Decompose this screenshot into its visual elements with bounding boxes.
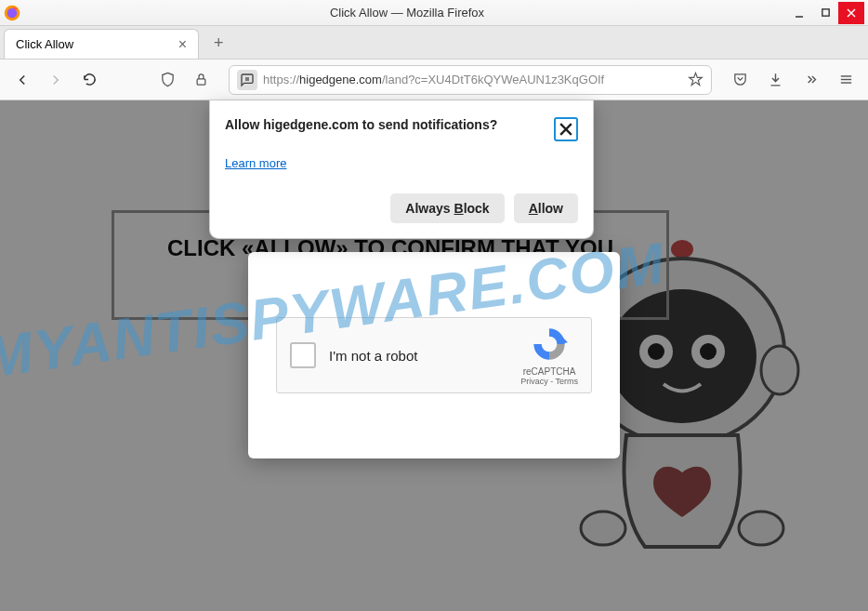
svg-rect-3 <box>822 9 828 16</box>
forward-button[interactable] <box>43 67 69 93</box>
url-text: https://higedgene.com/land?c=XU4DtT6kQYW… <box>263 73 682 86</box>
new-tab-button[interactable]: + <box>204 28 233 59</box>
window-title: Click Allow — Mozilla Firefox <box>28 6 786 20</box>
svg-point-12 <box>671 240 693 259</box>
recaptcha-logo-icon <box>531 325 568 363</box>
close-window-button[interactable] <box>838 2 864 24</box>
permission-icon[interactable] <box>237 70 257 90</box>
window-title-bar: Click Allow — Mozilla Firefox <box>0 0 868 26</box>
shield-icon[interactable] <box>154 67 180 93</box>
learn-more-link[interactable]: Learn more <box>225 156 286 170</box>
svg-point-18 <box>648 343 664 360</box>
toolbar-right <box>727 67 859 93</box>
svg-point-1 <box>7 7 18 18</box>
svg-rect-6 <box>197 79 205 85</box>
recaptcha-widget[interactable]: I'm not a robot reCAPTCHA Privacy - Term… <box>276 317 592 393</box>
maximize-button[interactable] <box>812 2 838 24</box>
content-area: CLICK «ALLOW» TO CONFIRM THAT YOU MYANTI… <box>0 100 868 611</box>
firefox-icon <box>4 5 20 21</box>
back-button[interactable] <box>9 67 35 93</box>
notification-close-button[interactable] <box>554 117 578 141</box>
recaptcha-branding: reCAPTCHA Privacy - Terms <box>520 325 578 386</box>
notification-header: Allow higedgene.com to send notification… <box>225 117 578 141</box>
minimize-button[interactable] <box>786 2 812 24</box>
recaptcha-terms-link[interactable]: Terms <box>556 377 579 386</box>
menu-icon[interactable] <box>833 67 859 93</box>
recaptcha-privacy-link[interactable]: Privacy <box>520 377 548 386</box>
browser-tab[interactable]: Click Allow × <box>4 29 199 59</box>
svg-point-22 <box>581 511 625 545</box>
svg-point-23 <box>739 511 783 545</box>
close-tab-button[interactable]: × <box>178 36 187 53</box>
downloads-icon[interactable] <box>762 67 788 93</box>
always-block-button[interactable]: Always Block <box>390 193 504 223</box>
notification-title: Allow higedgene.com to send notification… <box>225 117 497 132</box>
tab-bar: Click Allow × + <box>0 26 868 60</box>
allow-button[interactable]: Allow <box>514 193 578 223</box>
tab-title: Click Allow <box>16 37 73 51</box>
pocket-icon[interactable] <box>727 67 753 93</box>
lock-icon[interactable] <box>188 67 214 93</box>
toolbar: https://higedgene.com/land?c=XU4DtT6kQYW… <box>0 60 868 100</box>
overflow-icon[interactable] <box>797 67 823 93</box>
recaptcha-label: I'm not a robot <box>329 348 520 364</box>
window-controls <box>786 2 864 24</box>
recaptcha-brand-text: reCAPTCHA <box>520 366 578 377</box>
svg-point-21 <box>761 346 798 394</box>
recaptcha-checkbox[interactable] <box>290 342 316 368</box>
bookmark-star-icon[interactable] <box>688 72 704 87</box>
reload-button[interactable] <box>76 67 102 93</box>
recaptcha-links: Privacy - Terms <box>520 377 578 386</box>
notification-popup: Allow higedgene.com to send notification… <box>209 100 594 239</box>
captcha-modal: I'm not a robot reCAPTCHA Privacy - Term… <box>248 252 620 458</box>
svg-point-19 <box>700 343 717 360</box>
notification-buttons: Always Block Allow <box>225 193 578 223</box>
url-bar[interactable]: https://higedgene.com/land?c=XU4DtT6kQYW… <box>229 65 712 95</box>
